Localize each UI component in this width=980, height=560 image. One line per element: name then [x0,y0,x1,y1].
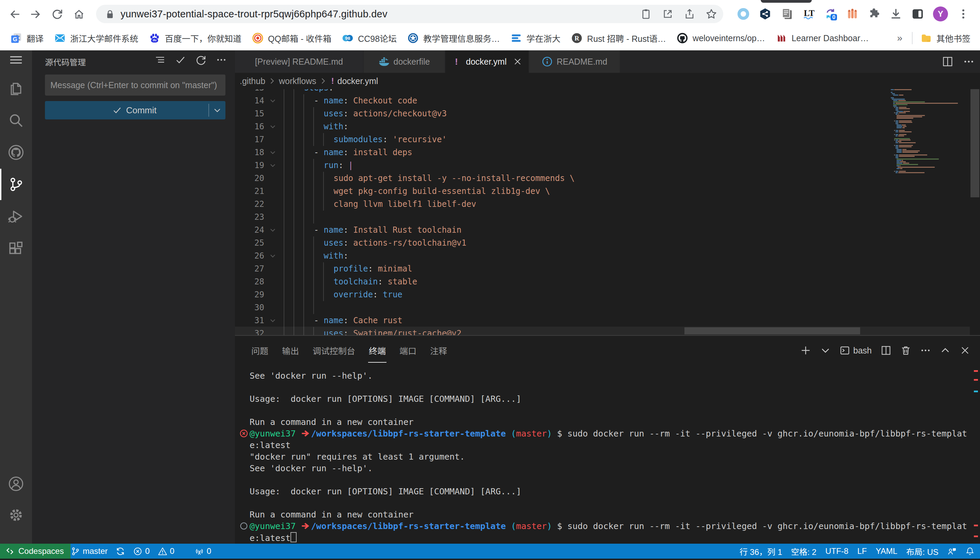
editor-tab-docker.yml[interactable]: !docker.yml [445,50,529,73]
panel-split-editor-button[interactable] [881,345,891,356]
bookmark-item[interactable]: 学在浙大 [511,32,560,44]
fold-chevron-icon[interactable] [269,314,279,324]
activity-search[interactable] [0,105,32,136]
editor-tab--preview-readme.md[interactable]: [Preview] README.md [235,50,364,73]
activity-explorer[interactable] [0,73,32,104]
open-in-new-button[interactable] [661,7,674,20]
bookmarks-overflow-button[interactable]: » [897,33,902,43]
scm-refresh-button[interactable] [196,55,206,65]
panel-tab-端口[interactable]: 端口 [399,344,417,357]
editor-more-button[interactable] [963,56,975,67]
shell-selector[interactable]: bash [840,345,872,355]
fold-chevron-icon[interactable] [269,146,279,156]
home-button[interactable] [71,6,87,22]
other-bookmarks-button[interactable]: 其他书签 [921,32,970,44]
star-button[interactable] [705,7,718,20]
terminal[interactable]: See 'docker run --help'.Usage: docker ru… [249,370,967,544]
activity-github[interactable] [0,137,32,168]
commit-button[interactable]: Commit [45,101,226,119]
bookmark-item[interactable]: du百度一下，你就知道 [149,32,241,44]
panel-more-button[interactable] [920,345,931,356]
editor-tab-readme.md[interactable]: README.md [529,50,620,73]
fold-chevron-icon[interactable] [269,159,279,169]
scrollbar-thumb[interactable] [684,327,860,335]
clipboard-button[interactable] [639,7,652,20]
bookmark-item[interactable]: Learner Dashboar… [776,33,869,43]
panel-chevron-up-button[interactable] [940,345,951,356]
address-bar[interactable]: yunwei37-potential-space-trout-rpr5qwj66… [96,5,723,23]
status-sync[interactable] [116,547,125,556]
download-extension-button[interactable] [890,7,902,20]
scm-view-list-button[interactable] [155,55,166,65]
activity-account[interactable] [0,468,32,500]
activity-settings[interactable] [0,500,32,531]
status-encoding[interactable]: UTF-8 [825,547,849,556]
status-ports[interactable]: 0 [195,547,211,556]
bookmark-item[interactable]: QQ邮箱 - 收件箱 [253,32,331,44]
close-tab-button[interactable] [512,56,523,67]
fold-chevron-icon[interactable] [269,120,279,130]
browser-menu-button[interactable] [957,7,970,20]
scrollbar-thumb[interactable] [970,89,979,197]
fold-chevron-icon[interactable] [269,94,279,105]
status-cursor-position[interactable]: 行 36，列 1 [739,545,782,557]
blue-ring-extension-button[interactable] [737,7,750,20]
breadcrumbs[interactable]: .githubworkflows!docker.yml [235,73,980,89]
editor-split-editor-button[interactable] [942,56,953,67]
pages-extension-button[interactable] [781,7,793,20]
breadcrumb-item[interactable]: .github [240,76,265,86]
panel-plus-button[interactable] [800,345,811,356]
editor-vertical-scrollbar[interactable] [970,89,980,335]
status-feedback[interactable] [947,547,957,556]
profile-avatar[interactable]: Y [933,7,948,22]
scm-more-button[interactable] [216,55,227,65]
bookmark-item[interactable]: RRust 招聘 - Rust语… [571,32,666,44]
panel-tab-注释[interactable]: 注释 [430,344,448,357]
breadcrumb-item[interactable]: workflows [279,76,316,86]
bookmark-item[interactable]: 文G翻译 [11,32,43,44]
bookmark-item[interactable]: weloveinterns/op… [677,33,765,43]
panel-chevron-down-button[interactable] [820,345,831,356]
reload-button[interactable] [49,6,65,22]
editor-tab-dockerfile[interactable]: dockerfile [364,50,445,73]
fold-chevron-icon[interactable] [269,249,279,260]
bookmark-item[interactable]: 浙江大学邮件系统 [55,32,138,44]
minimap[interactable] [891,89,969,335]
status-notifications[interactable] [965,547,975,556]
remote-indicator[interactable]: Codespaces [0,544,70,558]
hex-share-extension-button[interactable] [759,7,772,20]
bullets-extension-button[interactable] [846,7,859,20]
bookmark-item[interactable]: 98CC98论坛 [342,32,397,44]
bookmark-item[interactable]: 教学管理信息服务… [408,32,500,44]
sync-badge-extension-button[interactable]: 0 [824,7,837,20]
scm-check-button[interactable] [175,55,186,65]
status-warnings[interactable]: 0 [158,547,174,556]
panel-tab-问题[interactable]: 问题 [251,344,269,357]
panel-tab-输出[interactable]: 输出 [281,344,299,357]
activity-run-debug[interactable] [0,201,32,232]
back-button[interactable] [7,6,23,22]
panel-close-button[interactable] [960,345,970,356]
status-keyboard-layout[interactable]: 布局: US [906,545,938,557]
fold-chevron-icon[interactable] [269,223,279,234]
status-errors[interactable]: 0 [133,547,149,556]
languagetool-extension-button[interactable]: LT [802,7,815,20]
panel-tab-终端[interactable]: 终端 [368,344,386,357]
forward-button[interactable] [27,6,43,22]
menu-button[interactable] [0,52,32,68]
code-editor[interactable]: 13 steps:14 - name: Checkout code15 uses… [235,89,980,335]
activity-source-control[interactable] [0,169,32,200]
status-branch[interactable]: master [71,547,108,556]
status-language-mode[interactable]: YAML [876,547,898,556]
side-panel-extension-button[interactable] [911,7,924,20]
status-indentation[interactable]: 空格: 2 [791,545,816,557]
puzzle-extension-button[interactable] [868,7,881,20]
panel-trash-button[interactable] [900,345,911,356]
commit-message-input[interactable]: Message (Ctrl+Enter to commit on "master… [45,75,226,96]
commit-dropdown-button[interactable] [209,106,226,115]
status-eol[interactable]: LF [858,547,867,556]
activity-extensions[interactable] [0,233,32,264]
share-button[interactable] [683,7,696,20]
breadcrumb-file[interactable]: docker.yml [338,76,378,86]
editor-horizontal-scrollbar[interactable] [235,327,970,335]
